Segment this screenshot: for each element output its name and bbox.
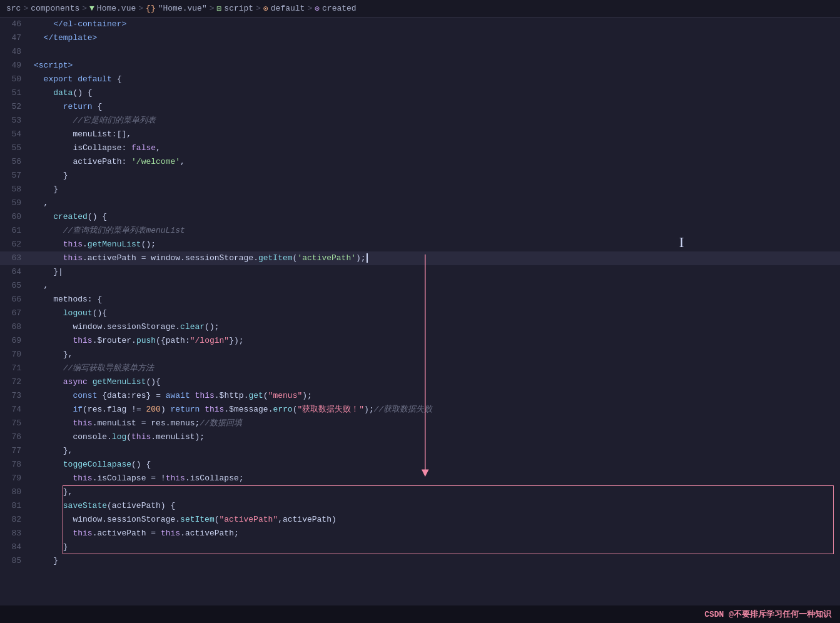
code-line-48: 48 bbox=[0, 45, 840, 59]
line-number: 53 bbox=[0, 114, 31, 128]
line-content: , bbox=[31, 279, 840, 293]
line-number: 61 bbox=[0, 224, 31, 238]
code-line-47: 47 </template> bbox=[0, 31, 840, 45]
line-content: console.log(this.menuList); bbox=[31, 430, 840, 444]
code-line-61: 61 //查询我们的菜单列表menuList bbox=[0, 224, 840, 238]
line-number: 78 bbox=[0, 458, 31, 472]
line-content: data() { bbox=[31, 86, 840, 100]
code-line-59: 59 , bbox=[0, 196, 840, 210]
line-content: logout(){ bbox=[31, 306, 840, 320]
line-content: methods: { bbox=[31, 293, 840, 306]
bc-default: default bbox=[271, 4, 305, 13]
line-number: 70 bbox=[0, 348, 31, 362]
code-line-63: 63 this.activePath = window.sessionStora… bbox=[0, 251, 840, 265]
code-line-79: 79 this.isCollapse = !this.isCollapse; bbox=[0, 472, 840, 485]
line-content: <script> bbox=[31, 59, 840, 73]
code-line-52: 52 return { bbox=[0, 100, 840, 114]
code-line-83: 83 this.activePath = this.activePath; bbox=[0, 527, 840, 540]
line-number: 58 bbox=[0, 183, 31, 196]
bc-sep3: > bbox=[138, 4, 143, 13]
code-line-46: 46 </el-container> bbox=[0, 18, 840, 31]
line-number: 46 bbox=[0, 18, 31, 31]
line-content: async getMenuList(){ bbox=[31, 375, 840, 389]
line-content: menuList:[], bbox=[31, 128, 840, 141]
line-content: saveState(activePath) { bbox=[31, 499, 840, 513]
code-line-84: 84 } bbox=[0, 540, 840, 554]
code-line-51: 51 data() { bbox=[0, 86, 840, 100]
code-lines: 46 </el-container> 47 </template> 48 49 … bbox=[0, 18, 840, 605]
bc-script: script bbox=[224, 4, 253, 13]
line-number: 59 bbox=[0, 196, 31, 210]
line-number: 54 bbox=[0, 128, 31, 141]
line-number: 82 bbox=[0, 513, 31, 527]
editor-area[interactable]: I 46 </el-container> 47 </template> 48 4… bbox=[0, 18, 840, 605]
breadcrumb: src > components > ▼ Home.vue > {} "Home… bbox=[0, 0, 840, 18]
bc-script-icon: ⊡ bbox=[217, 4, 222, 14]
line-content: this.isCollapse = !this.isCollapse; bbox=[31, 472, 840, 485]
line-number: 74 bbox=[0, 403, 31, 417]
line-content: isCollapse: false, bbox=[31, 141, 840, 155]
code-line-49: 49 <script> bbox=[0, 59, 840, 73]
code-line-77: 77 }, bbox=[0, 444, 840, 458]
code-line-66: 66 methods: { bbox=[0, 293, 840, 306]
line-number: 50 bbox=[0, 73, 31, 86]
line-content: //编写获取导航菜单方法 bbox=[31, 362, 840, 375]
code-line-67: 67 logout(){ bbox=[0, 306, 840, 320]
line-number: 49 bbox=[0, 59, 31, 73]
code-line-54: 54 menuList:[], bbox=[0, 128, 840, 141]
code-line-74: 74 if(res.flag != 200) return this.$mess… bbox=[0, 403, 840, 417]
code-line-78: 78 toggeCollapase() { bbox=[0, 458, 840, 472]
line-content: }, bbox=[31, 444, 840, 458]
line-number: 69 bbox=[0, 334, 31, 348]
code-line-60: 60 created() { bbox=[0, 210, 840, 224]
bc-sep1: > bbox=[23, 4, 28, 13]
code-line-53: 53 //它是咱们的菜单列表 bbox=[0, 114, 840, 128]
bc-sep4: > bbox=[210, 4, 215, 13]
line-number: 67 bbox=[0, 306, 31, 320]
bc-sep5: > bbox=[256, 4, 261, 13]
line-content: const {data:res} = await this.$http.get(… bbox=[31, 389, 840, 403]
line-content: }, bbox=[31, 485, 840, 499]
line-content: } bbox=[31, 554, 840, 568]
line-number: 77 bbox=[0, 444, 31, 458]
line-content: //查询我们的菜单列表menuList bbox=[31, 224, 840, 238]
line-number: 80 bbox=[0, 485, 31, 499]
line-number: 63 bbox=[0, 251, 31, 265]
line-content: activePath: '/welcome', bbox=[31, 155, 840, 169]
code-line-62: 62 this.getMenuList(); bbox=[0, 238, 840, 251]
bc-obj-icon: {} bbox=[146, 4, 156, 13]
line-number: 79 bbox=[0, 472, 31, 485]
code-line-69: 69 this.$router.push({path:"/login"}); bbox=[0, 334, 840, 348]
line-content: this.$router.push({path:"/login"}); bbox=[31, 334, 840, 348]
line-number: 57 bbox=[0, 169, 31, 183]
bc-components: components bbox=[31, 4, 79, 13]
line-content: </el-container> bbox=[31, 18, 840, 31]
line-content: } bbox=[31, 183, 840, 196]
line-number: 75 bbox=[0, 417, 31, 430]
line-content: toggeCollapase() { bbox=[31, 458, 840, 472]
bottom-bar: CSDN @不要排斥学习任何一种知识 bbox=[0, 605, 840, 623]
line-number: 64 bbox=[0, 265, 31, 279]
line-number: 47 bbox=[0, 31, 31, 45]
code-line-64: 64 }| bbox=[0, 265, 840, 279]
code-line-76: 76 console.log(this.menuList); bbox=[0, 430, 840, 444]
bc-sep2: > bbox=[82, 4, 87, 13]
code-line-82: 82 window.sessionStorage.setItem("active… bbox=[0, 513, 840, 527]
code-line-81: 81 saveState(activePath) { bbox=[0, 499, 840, 513]
bc-vue-icon: ▼ bbox=[89, 4, 94, 13]
bc-homevue2: "Home.vue" bbox=[158, 4, 207, 13]
line-number: 66 bbox=[0, 293, 31, 306]
line-number: 52 bbox=[0, 100, 31, 114]
bc-homevue1: Home.vue bbox=[97, 4, 136, 13]
bc-default-icon: ⊙ bbox=[263, 4, 268, 14]
line-number: 65 bbox=[0, 279, 31, 293]
code-line-70: 70 }, bbox=[0, 348, 840, 362]
code-line-58: 58 } bbox=[0, 183, 840, 196]
line-number: 76 bbox=[0, 430, 31, 444]
line-content: this.menuList = res.menus;//数据回填 bbox=[31, 417, 840, 430]
line-number: 81 bbox=[0, 499, 31, 513]
line-content: return { bbox=[31, 100, 840, 114]
line-number: 71 bbox=[0, 362, 31, 375]
line-number: 84 bbox=[0, 540, 31, 554]
line-content: } bbox=[31, 169, 840, 183]
